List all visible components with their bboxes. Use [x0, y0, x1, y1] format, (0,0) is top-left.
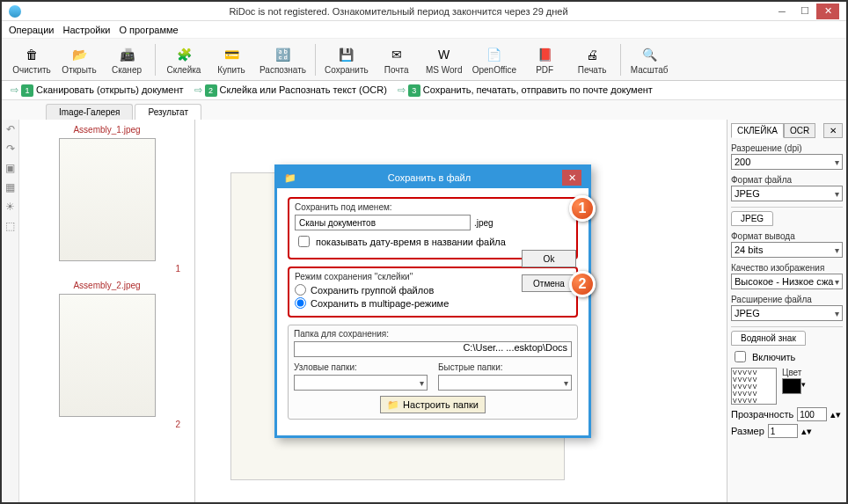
resolution-combo[interactable]: 200: [731, 154, 843, 170]
toolbar-label: PDF: [536, 65, 553, 75]
close-button[interactable]: ✕: [816, 4, 839, 19]
window-title: RiDoc is not registered. Ознакомительный…: [26, 6, 771, 17]
toolbar: 🗑Очистить📂Открыть📠Сканер🧩Склейка💳Купить🔡…: [2, 39, 846, 81]
toolbar-сохранить[interactable]: 💾Сохранить: [321, 40, 372, 79]
menu-about[interactable]: О программе: [119, 25, 178, 35]
toolbar-label: Сохранить: [325, 65, 369, 75]
toolbar-сканер[interactable]: 📠Сканер: [104, 40, 150, 79]
format-label: Формат файла: [731, 175, 843, 185]
format-combo[interactable]: JPEG: [731, 186, 843, 201]
toolbar-label: Открыть: [62, 65, 96, 75]
watermark-subtab[interactable]: Водяной знак: [731, 331, 806, 346]
menu-operations[interactable]: Операции: [9, 25, 54, 35]
toolbar-склейка[interactable]: 🧩Склейка: [161, 40, 207, 79]
mode-multipage-radio[interactable]: [295, 297, 306, 309]
toolbar-распознать[interactable]: 🔡Распознать: [256, 40, 310, 79]
menu-settings[interactable]: Настройки: [62, 25, 110, 35]
toolbar-icon: 📂: [69, 45, 89, 64]
thumb-2-image[interactable]: [59, 294, 156, 417]
toolbar-label: Сканер: [112, 65, 142, 75]
toolbar-icon: 📄: [485, 45, 504, 64]
dialog-title: Сохранить в файл: [296, 172, 562, 183]
right-panel: СКЛЕЙКА OCR ✕ Разрешение (dpi)200 Формат…: [727, 120, 846, 502]
left-toolbar: ↶ ↷ ▣ ▦ ☀ ⬚: [2, 120, 19, 502]
opacity-input[interactable]: [797, 407, 827, 421]
toolbar-ms word[interactable]: WMS Word: [421, 40, 467, 79]
quick-folders-combo[interactable]: [438, 375, 572, 391]
mode-multipage-label: Сохранить в multipage-режиме: [311, 298, 449, 309]
toolbar-label: Масштаб: [631, 65, 669, 75]
toolbar-печать[interactable]: 🖨Печать: [569, 40, 615, 79]
size-input[interactable]: [768, 424, 798, 438]
toolbar-открыть[interactable]: 📂Открыть: [56, 40, 102, 79]
toolbar-label: Почта: [384, 65, 409, 75]
toolbar-openoffice[interactable]: 📄OpenOffice: [469, 40, 520, 79]
cancel-button[interactable]: Отмена: [522, 274, 576, 292]
tab-ocr[interactable]: OCR: [784, 123, 815, 138]
callout-1: 1: [569, 195, 596, 222]
brightness-icon[interactable]: ☀: [5, 201, 15, 213]
filename-input[interactable]: [295, 215, 471, 230]
tab-result[interactable]: Результат: [135, 104, 201, 120]
color-picker[interactable]: [782, 378, 801, 394]
extension-label: Расширение файла: [731, 295, 843, 304]
toolbar-icon: 🔡: [274, 45, 293, 64]
node-folders-label: Узловые папки:: [294, 362, 428, 372]
toolbar-очистить[interactable]: 🗑Очистить: [9, 40, 55, 79]
ok-button[interactable]: Ok: [522, 250, 576, 267]
quality-combo[interactable]: Высокое - Низкое сжа: [731, 274, 843, 289]
show-date-checkbox[interactable]: [298, 236, 310, 247]
toolbar-label: MS Word: [426, 65, 463, 75]
hint-2: Склейка или Распознать текст (OCR): [220, 84, 387, 95]
mode-group-label: Сохранить группой файлов: [311, 285, 434, 296]
toolbar-icon: 💾: [337, 45, 356, 64]
toolbar-icon: 🖨: [582, 45, 602, 64]
configure-folders-button[interactable]: 📁Настроить папки: [380, 396, 486, 413]
tab-skleika[interactable]: СКЛЕЙКА: [731, 123, 784, 138]
grid-icon[interactable]: ▦: [5, 181, 15, 194]
thumb-1-num: 1: [25, 264, 189, 274]
extension-combo[interactable]: JPEG: [731, 305, 843, 321]
jpeg-subtab[interactable]: JPEG: [731, 211, 773, 226]
copy-icon[interactable]: ▣: [5, 162, 15, 174]
dialog-close-button[interactable]: ✕: [562, 170, 581, 186]
toolbar-label: Распознать: [260, 65, 306, 75]
thumbnails-panel: Assembly_1.jpeg 1 Assembly_2.jpeg 2: [19, 120, 195, 502]
thumb-2-num: 2: [25, 420, 189, 429]
toolbar-icon: 📠: [117, 45, 136, 64]
output-label: Формат вывода: [731, 231, 843, 241]
output-combo[interactable]: 24 bits: [731, 242, 843, 258]
tab-gallery[interactable]: Image-Галерея: [46, 104, 133, 120]
toolbar-label: Очистить: [12, 65, 51, 75]
folder-path-input[interactable]: C:\User... ...esktop\Docs: [294, 341, 572, 357]
close-panel-icon[interactable]: ✕: [823, 123, 843, 138]
toolbar-label: OpenOffice: [472, 65, 516, 75]
file-ext-label: .jpeg: [474, 218, 493, 228]
maximize-button[interactable]: ☐: [793, 4, 816, 19]
toolbar-почта[interactable]: ✉Почта: [374, 40, 420, 79]
menubar: Операции Настройки О программе: [2, 21, 846, 39]
hint-3: Сохранить, печатать, отправить по почте …: [423, 84, 653, 95]
toolbar-label: Купить: [217, 65, 245, 75]
toolbar-label: Склейка: [167, 65, 201, 75]
minimize-button[interactable]: ─: [771, 4, 793, 19]
watermark-enable-checkbox[interactable]: [735, 351, 746, 362]
toolbar-icon: W: [435, 45, 454, 64]
pattern-preview[interactable]: VVVVV VVVVV VVVVV VVVVV VVVVV: [731, 368, 777, 405]
rotate-right-icon[interactable]: ↷: [6, 142, 15, 155]
mode-group-radio[interactable]: [295, 284, 306, 296]
toolbar-купить[interactable]: 💳Купить: [208, 40, 254, 79]
folder-icon: 📁: [284, 172, 296, 184]
toolbar-pdf[interactable]: 📕PDF: [522, 40, 567, 79]
node-folders-combo[interactable]: [294, 375, 428, 391]
crop-icon[interactable]: ⬚: [5, 220, 15, 232]
toolbar-масштаб[interactable]: 🔍Масштаб: [626, 40, 672, 79]
show-date-label: показывать дату-время в названии файла: [316, 237, 506, 247]
toolbar-icon: 🔍: [640, 45, 659, 64]
color-label: Цвет: [782, 368, 806, 377]
hint-bar: ⇨1Сканировать (открыть) документ ⇨2Склей…: [2, 81, 846, 100]
folder-icon: 📁: [387, 399, 399, 411]
thumb-1-image[interactable]: [59, 138, 156, 261]
rotate-left-icon[interactable]: ↶: [6, 123, 15, 135]
folder-label: Папка для сохранения:: [294, 329, 572, 339]
